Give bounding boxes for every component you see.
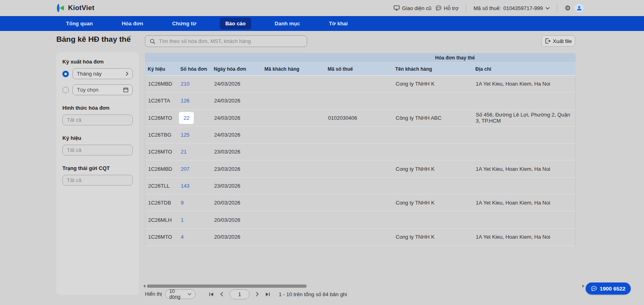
cell-ma-khach-hang (262, 143, 325, 160)
invoice-number-link[interactable]: 125 (181, 132, 190, 138)
col-header-ngay-hoa-don: Ngày hóa đơn (211, 63, 262, 75)
table-row[interactable]: 2C26MLH 1 20/03/2026 (145, 211, 575, 228)
nav-tab-to-khai[interactable]: Tờ khai (323, 18, 353, 29)
chevron-down-icon (188, 293, 192, 295)
cell-ma-so-thue (325, 194, 393, 211)
cell-ma-so-thue (325, 127, 393, 143)
symbol-filter-label: Ký hiệu (62, 135, 133, 141)
export-label: Xuất file (553, 38, 572, 44)
table-row[interactable]: 1C26TBG 125 24/03/2026 (145, 127, 575, 143)
cell-dia-chi: 1A Yet Kieu, Hoan Kiem, Ha Noi (473, 194, 575, 211)
cell-dia-chi: 1A Yet Kieu, Hoan Kiem, Ha Noi (473, 229, 575, 245)
cell-ngay-hoa-don: 23/03/2026 (211, 143, 262, 160)
symbol-select[interactable]: Tất cả (62, 145, 133, 156)
cell-ngay-hoa-don: 24/03/2026 (211, 76, 262, 92)
cell-ngay-hoa-don: 23/03/2026 (211, 160, 262, 177)
old-ui-link[interactable]: Giao diện cũ (394, 5, 431, 11)
export-file-button[interactable]: Xuất file (541, 35, 575, 47)
invoice-number-link[interactable]: 126 (181, 98, 190, 104)
first-page-button[interactable] (206, 289, 217, 299)
cell-ma-khach-hang (262, 229, 325, 245)
previous-page-button[interactable] (217, 289, 227, 299)
table-row[interactable]: 1C26MTO 21 23/03/2026 (145, 143, 575, 160)
cell-ma-khach-hang (262, 127, 325, 143)
nav-tab-danh-muc[interactable]: Danh mục (269, 18, 305, 29)
search-input[interactable]: Tìm theo số hóa đơn, MST, khách hàng (145, 35, 307, 47)
chat-bubble-icon (436, 5, 442, 11)
table-row[interactable]: 1C26MBD 207 23/03/2026 Cong ty TNHH K 1A… (145, 160, 575, 177)
scroll-left-arrow-icon[interactable] (143, 285, 145, 288)
cell-ky-hieu: 1C26MBD (145, 76, 178, 92)
cell-ky-hieu: 1C26TDB (145, 194, 178, 211)
brand-logo[interactable]: KiotViet (55, 3, 95, 13)
group-header-label: Hóa đơn thay thế (435, 55, 475, 61)
cell-so-hoa-don: 125 (178, 127, 211, 143)
period-custom-date-input[interactable]: Tùy chọn (72, 84, 133, 95)
cell-ky-hieu: 2C26MLH (145, 211, 178, 228)
nav-tab-tong-quan[interactable]: Tổng quan (60, 18, 98, 29)
cell-ten-khach-hang: Công ty TNHH ABC (393, 110, 473, 126)
period-radio-custom[interactable] (62, 87, 69, 93)
cell-ma-khach-hang (262, 92, 325, 109)
cell-ten-khach-hang (393, 211, 473, 228)
invoice-type-value: Tất cả (67, 117, 81, 123)
scroll-right-arrow-icon[interactable] (582, 285, 584, 288)
cell-ma-khach-hang (262, 194, 325, 211)
table-row[interactable]: 1C26MTO 22 24/03/2026 0102030406 Công ty… (145, 110, 575, 127)
period-select-value: Tháng này (77, 71, 126, 77)
cell-ten-khach-hang (393, 143, 473, 160)
table-row[interactable]: 2C26TLL 143 23/03/2026 (145, 178, 575, 194)
nav-tab-bao-cao[interactable]: Báo cáo (220, 18, 252, 29)
user-avatar[interactable] (575, 4, 584, 12)
invoice-number-link[interactable]: 207 (181, 166, 190, 172)
invoice-table: Hóa đơn thay thế Ký hiệu Số hóa đơn Ngày… (145, 53, 576, 246)
invoice-number-link[interactable]: 1 (181, 217, 184, 223)
cell-so-hoa-don: 126 (178, 92, 211, 109)
topbar: KiotViet Giao diện cũ Hỗ trợ Mã số thuế:… (0, 0, 644, 16)
cell-ma-so-thue (325, 160, 393, 177)
settings-gear-icon[interactable]: ⚙ (565, 5, 571, 12)
cell-ten-khach-hang (393, 178, 473, 194)
table-row[interactable]: 1C26MTO 4 20/03/2026 Cong ty TNHH K 1A Y… (145, 229, 575, 246)
tax-code-selector[interactable]: Mã số thuế: 0104359717-999 (473, 5, 549, 11)
filter-sidebar: Kỳ xuất hóa đơn Tháng này Tùy chọn Hình … (56, 52, 139, 295)
help-link[interactable]: Hỗ trợ (436, 5, 459, 11)
current-page-input[interactable]: 1 (229, 289, 250, 299)
cell-ky-hieu: 1C26MTO (145, 143, 178, 160)
table-row[interactable]: 1C26MBD 210 24/03/2026 Cong ty TNHH K 1A… (145, 76, 575, 92)
period-radio-this-month[interactable] (62, 71, 69, 77)
invoice-type-select[interactable]: Tất cả (62, 115, 133, 125)
cell-ma-khach-hang (262, 160, 325, 177)
horizontal-scrollbar[interactable] (143, 284, 584, 288)
period-select-this-month[interactable]: Tháng này (72, 68, 133, 79)
page-size-select[interactable]: 10 dòng (165, 289, 196, 299)
nav-tab-chung-tu[interactable]: Chứng từ (167, 18, 202, 29)
page-title: Bảng kê HĐ thay thế (56, 35, 131, 44)
next-page-button[interactable] (252, 289, 262, 299)
cell-dia-chi (473, 178, 575, 194)
cqt-status-filter-label: Trạng thái gửi CQT (62, 165, 133, 171)
table-row[interactable]: 1C26TTA 126 24/03/2026 (145, 92, 575, 109)
invoice-number-link[interactable]: 143 (181, 183, 190, 189)
cell-ten-khach-hang: Cong ty TNHH K (393, 229, 473, 245)
invoice-number-link[interactable]: 210 (181, 81, 190, 87)
cell-ten-khach-hang: Cong ty TNHH K (393, 76, 473, 92)
last-page-button[interactable] (262, 289, 273, 299)
scrollbar-thumb[interactable] (147, 285, 307, 288)
invoice-number-link[interactable]: 21 (181, 149, 186, 155)
nav-tab-hoa-don[interactable]: Hóa đơn (116, 18, 149, 29)
invoice-number-link[interactable]: 4 (181, 234, 184, 240)
col-header-ky-hieu: Ký hiệu (145, 63, 178, 75)
cell-so-hoa-don: 210 (178, 76, 211, 92)
table-row[interactable]: 1C26TDB 9 20/03/2026 Cong ty TNHH K 1A Y… (145, 194, 575, 211)
search-icon (150, 39, 155, 44)
invoice-number-link[interactable]: 9 (181, 200, 184, 206)
cqt-status-select[interactable]: Tất cả (62, 175, 133, 186)
support-hotline-button[interactable]: 1900 6522 (586, 282, 631, 295)
invoice-type-filter-label: Hình thức hóa đơn (62, 105, 133, 111)
cell-ngay-hoa-don: 24/03/2026 (211, 92, 262, 109)
invoice-number-link[interactable]: 22 (184, 115, 189, 121)
cell-dia-chi (473, 143, 575, 160)
cell-dia-chi (473, 211, 575, 228)
page-size-value: 10 dòng (169, 289, 185, 300)
